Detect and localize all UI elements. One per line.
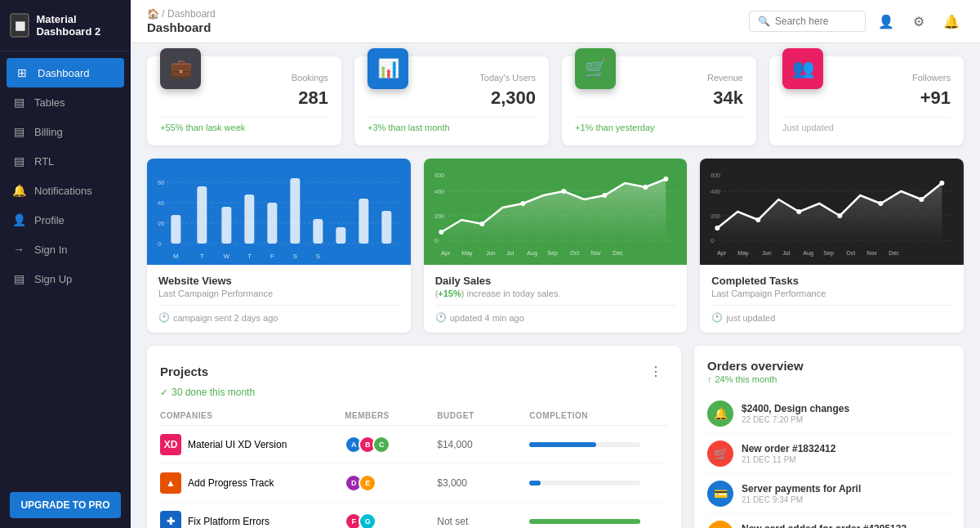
revenue-value: 34k — [575, 87, 743, 109]
svg-point-31 — [520, 201, 525, 206]
upgrade-button[interactable]: UPGRADE TO PRO — [10, 492, 121, 518]
sidebar-item-notifications[interactable]: 🔔 Notifications — [0, 176, 131, 205]
users-icon: 📊 — [368, 48, 408, 89]
svg-text:200: 200 — [434, 213, 444, 219]
svg-rect-9 — [290, 178, 300, 244]
completion-cell — [529, 481, 668, 485]
chart-daily-sales: Apr May Jun Jul Aug Sep Oct Nov Dec 0 20… — [424, 159, 688, 333]
svg-text:Oct: Oct — [570, 250, 579, 256]
sidebar-item-profile[interactable]: 👤 Profile — [0, 205, 131, 235]
order-name: $2400, Design changes — [742, 403, 951, 414]
table-row: ✚ Fix Platform Errors F G Not set — [160, 503, 668, 528]
clock-icon-tasks: 🕐 — [711, 312, 723, 323]
svg-text:W: W — [224, 253, 230, 260]
sidebar-item-rtl[interactable]: ▤ RTL — [0, 146, 131, 176]
search-input[interactable] — [775, 16, 857, 27]
followers-footer-text: Just updated — [782, 123, 834, 132]
sidebar: ▦ Material Dashboard 2 ⊞ Dashboard ▤ Tab… — [0, 0, 131, 528]
col-completion: COMPLETION — [529, 411, 668, 420]
svg-text:600: 600 — [434, 172, 444, 178]
bottom-row: Projects ⋮ ✓ 30 done this month COMPANIE… — [147, 346, 964, 528]
line-chart-sales-svg: Apr May Jun Jul Aug Sep Oct Nov Dec 0 20… — [432, 167, 679, 257]
svg-point-30 — [479, 221, 484, 226]
revenue-footer: +1% than yesterday — [575, 117, 743, 132]
svg-point-59 — [940, 181, 945, 186]
svg-text:Jun: Jun — [486, 250, 495, 256]
svg-rect-7 — [244, 195, 254, 244]
order-item: 🛒 New order #1832412 21 DEC 11 PM — [707, 434, 951, 474]
arrow-up-icon: ↑ — [707, 374, 712, 384]
chart-info-views: Website Views Last Campaign Performance … — [147, 265, 411, 333]
sidebar-item-label: RTL — [34, 155, 54, 168]
order-avatar: 💳 — [707, 521, 733, 528]
budget-cell: $14,000 — [437, 439, 529, 450]
company-logo: ✚ — [160, 511, 181, 528]
notification-bell-icon[interactable]: 🔔 — [939, 9, 964, 34]
svg-rect-11 — [336, 227, 345, 244]
content-area: 💼 Bookings 281 +55% than lask week 📊 Tod… — [131, 43, 980, 528]
clock-icon: 🕐 — [158, 312, 170, 323]
svg-rect-8 — [267, 203, 277, 244]
sidebar-item-label: Notifications — [34, 185, 92, 197]
sidebar-item-tables[interactable]: ▤ Tables — [0, 87, 131, 117]
chart-footer-views: 🕐 campaign sent 2 days ago — [158, 305, 399, 323]
bookings-value: 281 — [160, 87, 328, 109]
charts-row: M T W T F S S 0 20 40 60 Web — [147, 159, 964, 333]
svg-text:F: F — [270, 253, 274, 260]
chart-website-views: M T W T F S S 0 20 40 60 Web — [147, 159, 411, 333]
stats-row: 💼 Bookings 281 +55% than lask week 📊 Tod… — [147, 56, 964, 145]
chart-subtitle-views: Last Campaign Performance — [158, 289, 399, 298]
budget-cell: $3,000 — [437, 477, 529, 489]
brand-icon: ▦ — [10, 13, 29, 38]
svg-point-55 — [797, 209, 802, 214]
followers-icon: 👥 — [782, 48, 823, 89]
svg-text:S: S — [316, 253, 320, 260]
company-cell: ✚ Fix Platform Errors — [160, 511, 345, 528]
bookings-icon: 💼 — [160, 48, 201, 89]
settings-icon[interactable]: ⚙ — [906, 9, 931, 34]
brand: ▦ Material Dashboard 2 — [0, 0, 131, 51]
sidebar-item-dashboard[interactable]: ⊞ Dashboard — [7, 58, 124, 87]
topbar: 🏠 / Dashboard Dashboard 🔍 👤 ⚙ 🔔 — [131, 0, 980, 43]
stat-card-bookings: 💼 Bookings 281 +55% than lask week — [147, 56, 341, 145]
svg-text:Dec: Dec — [889, 250, 900, 256]
profile-icon: 👤 — [11, 213, 26, 226]
table-header: COMPANIES MEMBERS BUDGET COMPLETION — [160, 406, 668, 426]
svg-marker-28 — [441, 179, 666, 240]
sidebar-item-signin[interactable]: → Sign In — [0, 235, 131, 264]
user-icon[interactable]: 👤 — [874, 9, 898, 34]
svg-rect-13 — [381, 211, 391, 244]
order-text: Server payments for April 21 DEC 9:34 PM — [742, 483, 951, 504]
order-text: New order #1832412 21 DEC 11 PM — [742, 443, 951, 464]
svg-text:Sep: Sep — [547, 250, 558, 257]
order-text: New card added for order #4395133 20 DEC… — [742, 523, 951, 528]
svg-text:0: 0 — [158, 241, 161, 247]
svg-point-33 — [602, 193, 607, 198]
sidebar-nav: ⊞ Dashboard ▤ Tables ▤ Billing ▤ RTL 🔔 N… — [0, 51, 131, 482]
followers-footer: Just updated — [782, 117, 951, 132]
chart-area-views: M T W T F S S 0 20 40 60 — [147, 159, 411, 265]
members-avatars: D E — [345, 474, 437, 492]
svg-text:M: M — [173, 253, 179, 260]
company-name: Fix Platform Errors — [188, 516, 270, 527]
order-item: 🔔 $2400, Design changes 22 DEC 7:20 PM — [707, 394, 951, 434]
sidebar-item-label: Dashboard — [38, 67, 90, 79]
projects-menu-button[interactable]: ⋮ — [644, 359, 668, 383]
svg-point-35 — [663, 177, 668, 181]
svg-text:20: 20 — [158, 221, 164, 226]
sidebar-item-signup[interactable]: ▤ Sign Up — [0, 264, 131, 293]
projects-header: Projects ⋮ — [160, 359, 668, 383]
member-avatar: E — [359, 474, 376, 492]
order-avatar: 🛒 — [707, 441, 733, 467]
member-avatar: G — [359, 512, 376, 528]
svg-text:May: May — [738, 250, 750, 257]
table-row: ▲ Add Progress Track D E $3,000 — [160, 464, 668, 503]
members-avatars: F G — [345, 512, 437, 528]
svg-text:0: 0 — [434, 238, 438, 244]
svg-point-34 — [643, 185, 648, 190]
svg-text:May: May — [461, 250, 473, 257]
svg-rect-5 — [197, 186, 207, 244]
sidebar-item-billing[interactable]: ▤ Billing — [0, 117, 131, 146]
completion-cell — [529, 442, 668, 447]
bookings-footer: +55% than lask week — [160, 117, 328, 132]
